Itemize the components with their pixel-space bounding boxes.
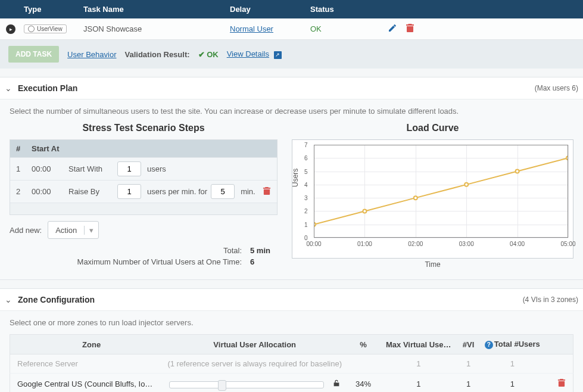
task-toolbar: ADD TASK User Behavior Validation Result… [0, 40, 583, 69]
svg-line-3 [466, 172, 517, 185]
delete-step-icon[interactable] [263, 186, 271, 197]
chevron-down-icon[interactable]: ⌄ [5, 83, 12, 93]
zone-col-zone: Zone [17, 340, 166, 349]
edit-icon[interactable] [388, 23, 397, 35]
validation-result-value: OK [207, 50, 219, 59]
zone-alloc-note: (1 reference server is always required f… [166, 359, 344, 368]
zone-vi: 1 [454, 379, 483, 388]
zone-name: Reference Server [17, 359, 166, 368]
y-tick: 7 [304, 142, 308, 148]
zone-col-vi: #VI [454, 340, 483, 349]
type-badge-label: UserView [37, 26, 63, 32]
max-users-label: Maximum Number of Virtual Users at One T… [77, 257, 242, 266]
delete-icon[interactable] [406, 23, 414, 35]
delay-link[interactable]: Normal User [230, 24, 273, 33]
zone-max: 1 [383, 379, 454, 388]
add-new-label: Add new: [10, 226, 42, 235]
execution-plan-title: Execution Plan [18, 83, 535, 93]
zone-total: 1 [482, 359, 542, 368]
step-unit: users [147, 164, 166, 173]
col-status: Status [310, 5, 388, 14]
zone-total: 1 [482, 379, 542, 388]
task-row: ▸ UserView JSON Showcase Normal User OK [0, 18, 583, 40]
step-label: Start With [68, 164, 114, 173]
x-tick: 05:00 [560, 241, 575, 247]
add-task-button[interactable]: ADD TASK [8, 46, 59, 63]
steps-title: Stress Test Scenario Steps [10, 123, 278, 133]
duration-input[interactable] [211, 184, 235, 199]
help-icon[interactable]: ? [485, 341, 493, 349]
zone-vi: 1 [454, 359, 483, 368]
steps-col-start: Start At [32, 144, 271, 153]
svg-line-1 [364, 198, 415, 211]
raise-by-input[interactable] [117, 184, 141, 199]
step-row: 2 00:00 Raise By users per min. for min. [10, 180, 277, 203]
expand-row-icon[interactable]: ▸ [6, 24, 15, 34]
total-label: Total: [223, 246, 242, 255]
zone-desc: Select one or more zones to run load inj… [10, 318, 573, 327]
chart-xlabel: Time [425, 260, 440, 269]
x-tick: 01:00 [357, 241, 372, 247]
step-num: 1 [16, 164, 32, 173]
step-time: 00:00 [32, 187, 68, 196]
user-behavior-link[interactable]: User Behavior [67, 50, 116, 59]
external-link-icon: ↗ [274, 51, 282, 59]
x-tick: 02:00 [408, 241, 423, 247]
view-details-link[interactable]: View Details [227, 49, 269, 58]
svg-line-2 [416, 185, 466, 198]
col-task-name: Task Name [83, 5, 230, 14]
action-select-value: Action [48, 226, 84, 235]
steps-col-num: # [16, 144, 32, 153]
x-tick: 04:00 [510, 241, 525, 247]
y-tick: 3 [304, 195, 308, 201]
zone-col-max: Max Virtual Use… [383, 340, 454, 349]
x-tick: 00:00 [306, 241, 321, 247]
zone-col-total: ?Total #Users [482, 340, 542, 349]
step-unit2: min. [241, 187, 255, 196]
unlock-icon[interactable] [332, 380, 341, 389]
svg-line-0 [314, 211, 364, 224]
chevron-down-icon[interactable]: ⌄ [5, 295, 12, 304]
y-tick: 0 [304, 235, 308, 241]
allocation-slider[interactable] [169, 381, 324, 388]
zone-row: Google Central US (Council Bluffs, Io… 3… [10, 374, 573, 392]
steps-table: # Start At 1 00:00 Start With users 2 00… [10, 139, 278, 215]
svg-point-5 [314, 223, 316, 226]
chevron-down-icon: ▾ [84, 226, 98, 235]
chart-ylabel: Users [291, 169, 300, 187]
delete-zone-icon[interactable] [557, 380, 566, 389]
zone-config-section: ⌄ Zone Configuration (4 VIs in 3 zones) … [0, 288, 583, 392]
svg-point-9 [516, 170, 519, 173]
user-icon [28, 26, 35, 32]
start-with-input[interactable] [117, 161, 141, 176]
y-tick: 5 [304, 168, 308, 175]
step-label: Raise By [68, 187, 114, 196]
task-name: JSON Showcase [83, 24, 230, 33]
task-status: OK [310, 24, 388, 33]
y-tick: 4 [304, 181, 308, 188]
svg-point-7 [414, 196, 417, 200]
execution-plan-desc: Select the number of simultaneous users … [10, 107, 573, 116]
y-tick: 1 [304, 221, 308, 228]
zone-config-title: Zone Configuration [18, 295, 523, 304]
zone-name: Google Central US (Council Bluffs, Io… [17, 379, 166, 388]
zone-max: 1 [383, 359, 454, 368]
step-time: 00:00 [32, 164, 68, 173]
step-num: 2 [16, 187, 32, 196]
zone-row: Reference Server (1 reference server is … [10, 354, 573, 374]
step-row: 1 00:00 Start With users [10, 157, 277, 180]
zone-pct: 34% [344, 379, 383, 388]
action-select[interactable]: Action ▾ [48, 221, 99, 239]
max-users-meta: (Max users 6) [535, 84, 578, 92]
col-delay: Delay [230, 5, 310, 14]
task-table: Type Task Name Delay Status ▸ UserView J… [0, 0, 583, 69]
userview-badge[interactable]: UserView [24, 24, 67, 33]
zone-table: Zone Virtual User Allocation % Max Virtu… [10, 334, 573, 392]
y-tick: 6 [304, 155, 308, 161]
zone-meta: (4 VIs in 3 zones) [523, 295, 578, 304]
x-tick: 03:00 [459, 241, 474, 247]
svg-point-10 [566, 156, 568, 160]
task-table-header: Type Task Name Delay Status [0, 0, 583, 18]
checkmark-icon: ✔ [198, 50, 205, 59]
y-tick: 2 [304, 208, 308, 214]
